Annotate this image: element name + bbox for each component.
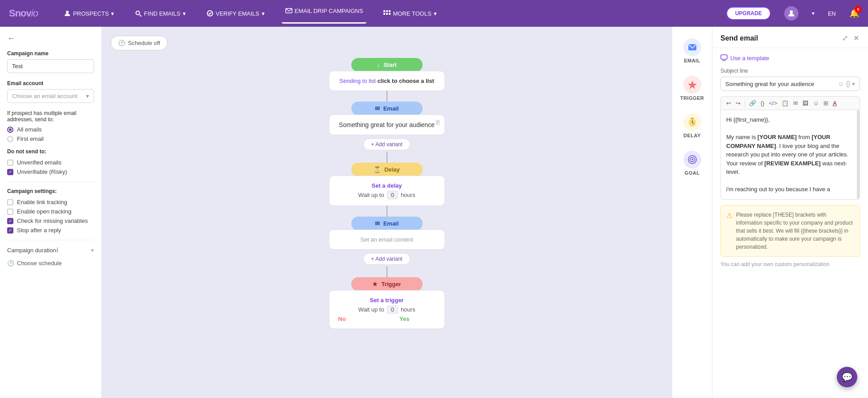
svg-rect-8 bbox=[383, 13, 385, 15]
emoji-button[interactable]: ☺ bbox=[811, 98, 820, 108]
chat-bubble-button[interactable]: 💬 bbox=[837, 367, 857, 387]
nav-email-drip[interactable]: EMAIL DRIP CAMPAIGNS bbox=[282, 4, 367, 24]
start-node-header[interactable]: ↓ Start bbox=[351, 58, 423, 72]
emoji-icon[interactable]: ☺ bbox=[838, 80, 844, 87]
copy-button[interactable]: 📋 bbox=[780, 98, 790, 108]
all-emails-option[interactable]: All emails bbox=[7, 126, 94, 133]
unverifiable-checkbox[interactable]: ✓ bbox=[7, 169, 13, 175]
delay-wait-row: Wait up to 0 hours bbox=[338, 191, 436, 199]
wait-label: Wait up to bbox=[358, 192, 384, 198]
link-button[interactable]: 🔗 bbox=[747, 98, 758, 108]
right-panel-title: Send email bbox=[720, 34, 758, 42]
chevron-down-icon[interactable]: ▾ bbox=[852, 80, 855, 87]
trigger-hours-input[interactable]: 0 bbox=[387, 305, 398, 314]
link-tracking-option[interactable]: Enable link tracking bbox=[7, 199, 94, 205]
first-email-radio[interactable] bbox=[7, 136, 13, 142]
open-tracking-option[interactable]: Enable open tracking bbox=[7, 208, 94, 215]
start-node-body[interactable]: Sending to list click to choose a list bbox=[329, 71, 445, 91]
nav-find-emails[interactable]: FIND EMAILS ▾ bbox=[131, 7, 189, 20]
unverified-emails-label: Unverified emails bbox=[17, 159, 62, 166]
missing-variables-checkbox[interactable]: ✓ bbox=[7, 218, 13, 224]
subject-line-input[interactable]: Something great for your audience ☺ {} ▾ bbox=[720, 77, 860, 91]
trigger-no-label: No bbox=[338, 316, 346, 322]
nav-verify-emails[interactable]: VERIFY EMAILS ▾ bbox=[203, 7, 268, 20]
trigger-tool[interactable]: TRIGGER bbox=[675, 71, 710, 105]
delay-node-header[interactable]: ⏳ Delay bbox=[351, 163, 423, 176]
unverified-emails-checkbox[interactable] bbox=[7, 160, 13, 166]
unverifiable-option[interactable]: ✓ Unverifiable (Risky) bbox=[7, 168, 94, 175]
back-button[interactable]: ← bbox=[7, 34, 94, 43]
delay-label: Delay bbox=[384, 166, 400, 173]
svg-rect-9 bbox=[386, 13, 388, 15]
email-node-2-body[interactable]: Set an email content bbox=[329, 230, 445, 250]
chevron-down-icon: ▾ bbox=[86, 93, 89, 99]
warning-text: Please replace [THESE] brackets with inf… bbox=[736, 211, 854, 251]
email-account-select[interactable]: Choose an email account ▾ bbox=[7, 89, 94, 103]
open-tracking-checkbox[interactable] bbox=[7, 209, 13, 215]
app-logo[interactable]: Snovio bbox=[9, 8, 38, 19]
add-variant-2-button[interactable]: + Add variant bbox=[363, 253, 410, 265]
variable-icon[interactable]: {} bbox=[846, 80, 850, 87]
avatar[interactable] bbox=[784, 6, 798, 21]
undo-button[interactable]: ↩ bbox=[724, 98, 733, 108]
left-panel: ← Campaign name Email account Choose an … bbox=[0, 27, 102, 398]
editor-scrollbar[interactable] bbox=[857, 110, 860, 199]
delay-tool[interactable]: DELAY bbox=[675, 109, 710, 143]
campaign-name-input[interactable] bbox=[7, 59, 94, 73]
campaign-duration-toggle[interactable]: Campaign duration ℹ ▾ bbox=[7, 246, 94, 254]
goal-tool[interactable]: GOAL bbox=[675, 146, 710, 180]
send-to-radio-group: All emails First email bbox=[7, 126, 94, 142]
link-tracking-label: Enable link tracking bbox=[17, 199, 67, 205]
unverified-emails-option[interactable]: Unverified emails bbox=[7, 159, 94, 166]
delete-email-1-icon[interactable]: 🗑 bbox=[435, 119, 441, 126]
email-body-editor[interactable]: Hi {{first_name}}, My name is [YOUR NAME… bbox=[720, 110, 860, 200]
image-button[interactable]: 🖼 bbox=[801, 98, 810, 108]
stop-after-reply-label: Stop after a reply bbox=[17, 227, 61, 234]
hours-label: hours bbox=[401, 192, 415, 198]
email-node-1-body[interactable]: 🗑 Something great for your audience bbox=[329, 115, 445, 135]
use-template-button[interactable]: Use a template bbox=[720, 54, 860, 62]
all-emails-radio[interactable] bbox=[7, 127, 13, 133]
table-button[interactable]: ⊞ bbox=[822, 98, 830, 108]
trigger-node-header[interactable]: ★ Trigger bbox=[351, 277, 423, 291]
add-variant-1-button[interactable]: + Add variant bbox=[363, 139, 410, 150]
missing-variables-label: Check for missing variables bbox=[17, 217, 88, 224]
email-node-2: ✉ Email Set an email content + Add varia… bbox=[329, 217, 445, 267]
redo-button[interactable]: ↪ bbox=[734, 98, 742, 108]
delay-node-body[interactable]: Set a delay Wait up to 0 hours bbox=[329, 176, 445, 206]
use-template-label: Use a template bbox=[730, 55, 769, 62]
upgrade-button[interactable]: UPGRADE bbox=[726, 7, 771, 20]
email-account-placeholder: Choose an email account bbox=[12, 93, 78, 99]
email-node-1-header[interactable]: ✉ Email bbox=[351, 102, 423, 115]
stop-after-reply-checkbox[interactable]: ✓ bbox=[7, 227, 13, 234]
close-panel-icon[interactable]: ✕ bbox=[852, 33, 860, 43]
delay-tool-icon-circle bbox=[683, 113, 701, 131]
expand-icon[interactable]: ⤢ bbox=[841, 33, 849, 43]
svg-line-2 bbox=[140, 15, 141, 16]
goal-tool-label: GOAL bbox=[685, 170, 700, 176]
text-color-button[interactable]: A bbox=[831, 98, 839, 108]
trigger-wait-row: Wait up to 0 hours bbox=[338, 305, 436, 314]
editor-line-3: My name is [YOUR NAME] from [YOUR COMPAN… bbox=[726, 133, 854, 176]
delay-hours-input[interactable]: 0 bbox=[387, 191, 398, 199]
schedule-off-button[interactable]: 🕐 Schedule off bbox=[111, 36, 168, 50]
stop-after-reply-option[interactable]: ✓ Stop after a reply bbox=[7, 227, 94, 234]
email-insert-button[interactable]: ✉ bbox=[791, 98, 800, 108]
language-display: EN bbox=[828, 10, 836, 17]
link-tracking-checkbox[interactable] bbox=[7, 199, 13, 205]
email-tool[interactable]: EMAIL bbox=[675, 34, 710, 68]
nav-prospects[interactable]: PROSPECTS ▾ bbox=[60, 7, 118, 20]
variable-button[interactable]: {} bbox=[759, 98, 766, 108]
clock-icon: 🕐 bbox=[7, 260, 14, 267]
email-node-2-header[interactable]: ✉ Email bbox=[351, 217, 423, 230]
first-email-option[interactable]: First email bbox=[7, 135, 94, 142]
right-panel-header: Send email ⤢ ✕ bbox=[712, 27, 868, 48]
lang-selector[interactable]: ▾ bbox=[812, 10, 815, 16]
side-tools-panel: EMAIL TRIGGER DELAY GOAL bbox=[672, 27, 712, 398]
trigger-node-body[interactable]: Set a trigger Wait up to 0 hours No Yes bbox=[329, 290, 445, 329]
notifications-button[interactable]: 🔔 5 bbox=[849, 8, 859, 18]
choose-schedule-button[interactable]: 🕐 Choose schedule bbox=[7, 260, 94, 267]
nav-more-tools[interactable]: MORE TOOLS ▾ bbox=[380, 7, 440, 20]
code-button[interactable]: </> bbox=[767, 98, 779, 108]
missing-variables-option[interactable]: ✓ Check for missing variables bbox=[7, 217, 94, 224]
